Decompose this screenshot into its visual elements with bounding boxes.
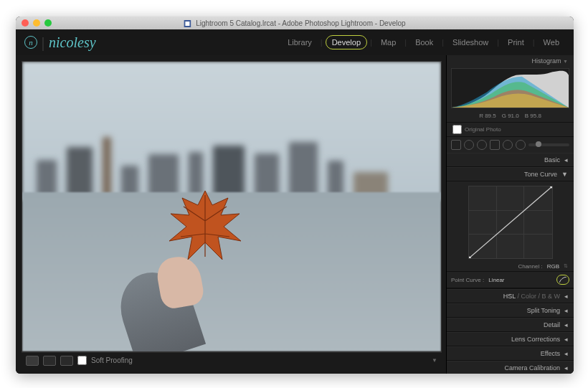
spot-tool-icon[interactable] [464,140,474,150]
top-bar: n | nicolesy Library| Develop| Map| Book… [16,29,574,55]
histogram-header[interactable]: Histogram ▼ [447,55,574,67]
original-photo-row[interactable]: Original Photo [447,123,574,136]
tone-curve-header[interactable]: Tone Curve▼ [447,167,574,181]
module-book[interactable]: Book [409,36,439,49]
zoom-window-button[interactable] [44,19,52,27]
effects-header[interactable]: Effects◂ [447,346,574,361]
split-toning-header[interactable]: Split Toning◂ [447,303,574,318]
before-after-split-icon[interactable] [60,356,73,366]
point-curve-label: Point Curve : [451,277,484,283]
detail-header[interactable]: Detail◂ [447,318,574,332]
channel-row[interactable]: Channel : RGB ⇅ [447,262,574,271]
logo-badge: n [24,36,37,49]
soft-proofing-checkbox[interactable] [77,356,87,365]
grad-filter-icon[interactable] [490,140,500,150]
photo-subject-leaf [162,185,248,271]
toolbar-chevron-icon[interactable]: ▼ [432,357,437,364]
module-web[interactable]: Web [538,36,565,49]
loupe-view-icon[interactable] [26,356,39,366]
module-slideshow[interactable]: Slideshow [447,36,494,49]
svg-line-2 [469,186,552,258]
svg-rect-1 [185,22,189,26]
module-map[interactable]: Map [375,36,402,49]
module-picker: Library| Develop| Map| Book| Slideshow| … [282,35,565,49]
histogram-readout: R 89.5 G 91.0 B 95.8 [447,111,574,122]
point-curve-toggle-button[interactable] [556,275,569,285]
minimize-window-button[interactable] [33,19,40,27]
soft-proofing-label: Soft Proofing [91,356,133,364]
expand-icon: ▼ [561,171,568,178]
collapse-icon: ◂ [564,156,568,164]
radial-filter-icon[interactable] [503,140,513,150]
point-curve-value[interactable]: Linear [488,277,504,283]
module-print[interactable]: Print [502,36,530,49]
module-develop[interactable]: Develop [326,35,367,49]
chevron-updown-icon[interactable]: ⇅ [564,263,568,270]
logo-text: nicolesy [49,34,96,51]
histogram[interactable] [451,68,569,108]
tool-size-slider[interactable] [528,143,569,146]
brush-tool-icon[interactable] [516,140,526,150]
window-titlebar: Lightroom 5 Catalog.lrcat - Adobe Photos… [16,16,574,29]
hsl-panel-header[interactable]: HSL / Color / B & W ◂ [447,289,574,303]
tone-curve-graph[interactable] [468,186,553,259]
crop-tool-icon[interactable] [451,140,461,150]
module-library[interactable]: Library [282,36,318,49]
camera-calibration-header[interactable]: Camera Calibration◂ [447,361,574,374]
right-panel: Histogram ▼ R 89.5 G 91.0 [446,55,574,374]
close-window-button[interactable] [22,19,29,27]
identity-plate: n | nicolesy [24,34,96,51]
basic-panel-header[interactable]: Basic◂ [447,153,574,167]
photo-subject-hand [123,214,223,352]
lens-corrections-header[interactable]: Lens Corrections◂ [447,332,574,346]
photo-preview[interactable] [22,61,442,352]
preview-toolbar: Soft Proofing ▼ [22,352,442,368]
window-title: Lightroom 5 Catalog.lrcat - Adobe Photos… [184,19,405,27]
before-after-icon[interactable] [43,356,56,366]
tool-strip [447,136,574,153]
redeye-tool-icon[interactable] [477,140,487,150]
